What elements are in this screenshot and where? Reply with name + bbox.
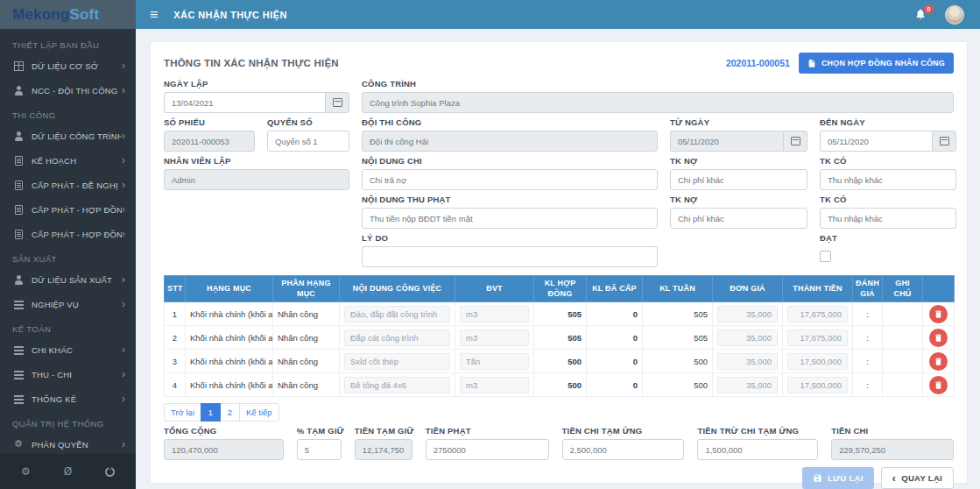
sidebar-item-label: CẤP PHÁT - HỢP ĐỒNG NC xyxy=(32,205,122,215)
sidebar-item[interactable]: THU - CHI› xyxy=(0,362,136,386)
power-icon[interactable] xyxy=(105,467,115,477)
dvt-input[interactable]: m3 xyxy=(460,306,529,322)
choose-contract-button[interactable]: CHỌN HỢP ĐỒNG NHÂN CÔNG xyxy=(799,53,954,74)
chevron-right-icon: › xyxy=(122,155,125,166)
save-button[interactable]: LƯU LẠI xyxy=(802,467,874,489)
noi-dung-cong-viec-input[interactable]: Đào, đắp đất công trình xyxy=(344,306,450,322)
hamburger-menu-icon[interactable]: ≡ xyxy=(150,8,158,22)
ngay-lap-input[interactable] xyxy=(164,92,325,113)
sidebar-item[interactable]: CẤP PHÁT - HỢP ĐỒNG NC› xyxy=(0,197,136,222)
don-gia-input[interactable]: 35,000 xyxy=(717,306,778,322)
total-input[interactable] xyxy=(426,439,549,460)
tk-no-input[interactable] xyxy=(670,169,807,190)
main-area: THÔNG TIN XÁC NHẬN THỰC HIỆN 202011-0000… xyxy=(136,29,980,489)
chevron-right-icon: › xyxy=(122,344,125,355)
sidebar-item[interactable]: NCC - ĐỘI THI CÔNG› xyxy=(0,78,136,103)
cell-delete xyxy=(923,373,955,397)
sidebar-item-label: CHI KHÁC xyxy=(32,345,122,355)
ly-do-input[interactable] xyxy=(362,246,658,267)
calendar-icon[interactable] xyxy=(325,92,349,113)
hide-slash-icon[interactable]: Ø xyxy=(64,466,72,477)
dat-checkbox[interactable] xyxy=(820,251,831,262)
table-icon xyxy=(14,61,24,71)
list-icon xyxy=(14,345,24,355)
don-gia-input[interactable]: 35,000 xyxy=(717,353,778,370)
doi-thi-cong-label: ĐỘI THI CÔNG xyxy=(362,117,658,128)
tu-ngay-label: TỪ NGÀY xyxy=(670,117,807,128)
total-input[interactable] xyxy=(697,439,818,460)
cell-kl-da-cap: 0 xyxy=(587,373,643,397)
sidebar-item[interactable]: CẤP PHÁT - HỢP ĐỒNG VT› xyxy=(0,222,136,246)
noi-dung-cong-viec-input[interactable]: Bê tông đá 4x6 xyxy=(344,377,450,393)
sidebar-item[interactable]: DỮ LIỆU CÔNG TRÌNH› xyxy=(0,124,136,148)
total-field: TIỀN TRỪ CHI TẠM ỨNG xyxy=(697,426,818,460)
column-header: NỘI DUNG CÔNG VIỆC xyxy=(340,276,455,302)
choose-contract-label: CHỌN HỢP ĐỒNG NHÂN CÔNG xyxy=(821,59,945,67)
column-header: KL TUẦN xyxy=(643,276,713,302)
cell-stt: 1 xyxy=(165,302,186,326)
noi-dung-cong-viec-input[interactable]: Đắp cát công trình xyxy=(344,330,450,346)
cell-kl-tuan[interactable]: 500 xyxy=(643,373,713,397)
back-button[interactable]: ‹ QUAY LẠI xyxy=(881,467,954,489)
cell-danh-gia: : xyxy=(853,350,883,373)
total-field: % TẠM GIỮ xyxy=(297,426,342,460)
notifications-bell-icon[interactable]: 0 xyxy=(914,8,927,22)
page-button[interactable]: 2 xyxy=(220,403,240,422)
total-input[interactable] xyxy=(562,439,685,460)
noi-dung-chi-input[interactable] xyxy=(362,169,658,190)
tk-no-input[interactable] xyxy=(670,208,807,229)
sidebar-item[interactable]: NGHIỆP VỤ› xyxy=(0,292,136,316)
page-button[interactable]: 1 xyxy=(201,403,221,422)
noi-dung-thu-phat-input[interactable] xyxy=(362,208,658,229)
sidebar-item[interactable]: DỮ LIỆU SẢN XUẤT› xyxy=(0,267,136,292)
quyen-so-input[interactable] xyxy=(267,131,349,152)
thanh-tien-input[interactable]: 17,675,000 xyxy=(787,330,848,346)
delete-row-button[interactable] xyxy=(929,329,948,347)
tk-co-input[interactable] xyxy=(820,208,956,229)
sidebar-item[interactable]: CẤP PHÁT - ĐỀ NGHỊ› xyxy=(0,173,136,197)
calendar-icon[interactable] xyxy=(932,131,956,152)
cell-kl-tuan[interactable]: 500 xyxy=(643,350,713,373)
cell-danh-gia: : xyxy=(853,373,883,397)
so-phieu-input xyxy=(164,131,255,152)
thanh-tien-input[interactable]: 17,675,000 xyxy=(787,306,848,322)
delete-row-button[interactable] xyxy=(929,376,948,394)
cell-hang-muc: Khối nhà chính (khối a) xyxy=(186,373,273,397)
settings-gear-icon[interactable]: ⚙ xyxy=(21,466,31,477)
sidebar-item[interactable]: CHI KHÁC› xyxy=(0,337,136,362)
file-icon xyxy=(15,230,23,239)
den-ngay-group xyxy=(820,131,956,152)
cell-kl-tuan[interactable]: 505 xyxy=(643,302,713,326)
delete-row-button[interactable] xyxy=(929,352,948,371)
sidebar-item-label: DỮ LIỆU CÔNG TRÌNH xyxy=(32,131,122,141)
user-avatar[interactable] xyxy=(945,5,964,25)
total-label: TỔNG CỘNG xyxy=(164,426,284,436)
tk-co-input[interactable] xyxy=(820,169,956,190)
thanh-tien-input[interactable]: 17,500,000 xyxy=(787,377,848,393)
sidebar-item[interactable]: THỐNG KÊ› xyxy=(0,386,136,411)
cell-noi-dung: Đào, đắp đất công trình xyxy=(340,302,455,326)
total-label: TIỀN CHI TẠM ỨNG xyxy=(562,426,685,436)
cell-kl-tuan[interactable]: 505 xyxy=(643,326,713,350)
column-header: KL HỢP ĐỒNG xyxy=(534,276,587,302)
chevron-right-icon: › xyxy=(122,274,125,285)
sidebar-item[interactable]: DỮ LIỆU CƠ SỞ› xyxy=(0,53,136,78)
pagination-prev-button[interactable]: Trở lại xyxy=(164,403,201,422)
form-spacer xyxy=(164,195,349,229)
top-header: ≡ XÁC NHẬN THỰC HIỆN 0 xyxy=(136,0,980,29)
sidebar-item[interactable]: PHÂN QUYỀN› xyxy=(0,432,136,454)
noi-dung-cong-viec-input[interactable]: Sxld cốt thép xyxy=(344,353,450,370)
delete-row-button[interactable] xyxy=(929,305,948,323)
dvt-input[interactable]: m3 xyxy=(460,377,529,393)
dvt-input[interactable]: m3 xyxy=(460,330,529,346)
card-footer: LƯU LẠI ‹ QUAY LẠI xyxy=(164,460,954,489)
cell-kl-hop-dong: 505 xyxy=(534,302,587,326)
sidebar-item[interactable]: KẾ HOẠCH› xyxy=(0,148,136,173)
don-gia-input[interactable]: 35,000 xyxy=(717,330,778,346)
pagination-next-button[interactable]: Kế tiếp xyxy=(239,403,279,422)
total-input[interactable] xyxy=(297,439,342,460)
dvt-input[interactable]: Tấn xyxy=(460,353,529,370)
den-ngay-input[interactable] xyxy=(820,131,932,152)
don-gia-input[interactable]: 35,000 xyxy=(717,377,778,393)
thanh-tien-input[interactable]: 17,500,000 xyxy=(787,353,848,370)
